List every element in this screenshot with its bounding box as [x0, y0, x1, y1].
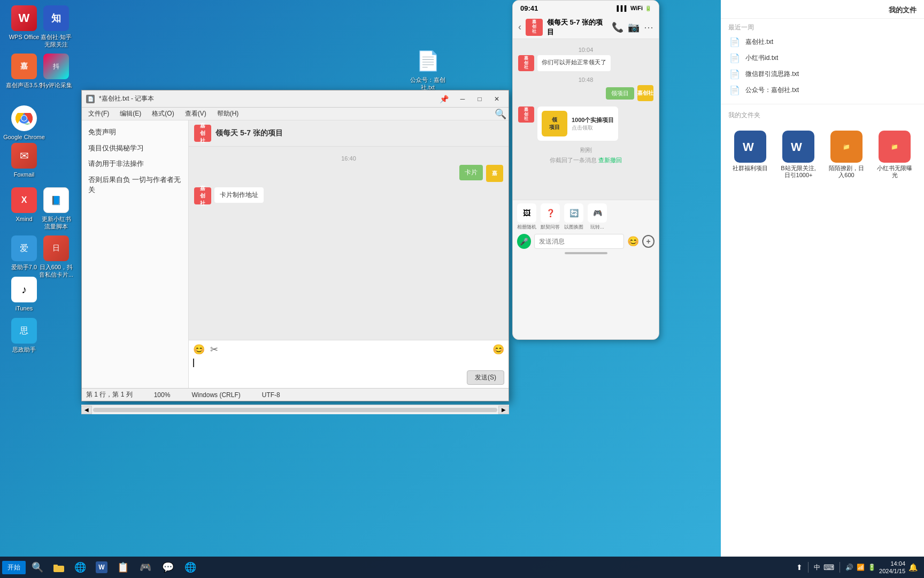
ling-project-btn[interactable]: 领项目: [606, 87, 634, 100]
project-recv-avatar: 嘉创社: [518, 107, 534, 123]
file-name-3: 微信群引流思路.txt: [745, 70, 799, 79]
xiaohongshu-icon: 📁: [879, 131, 911, 163]
chat-text-input-area[interactable]: [193, 359, 504, 368]
tool-qa[interactable]: ❓ 默契问答: [541, 203, 560, 231]
desktop-icon-foxmail[interactable]: ✉ Foxmail: [3, 143, 45, 178]
desktop-icon-zhihu[interactable]: 知 嘉创社·知乎无限关注: [35, 5, 78, 49]
view-revoke-link[interactable]: 查新撤回: [598, 157, 622, 163]
start-button[interactable]: 开始: [2, 561, 26, 574]
play-icon: 🎮: [588, 203, 607, 223]
tool-album[interactable]: 🖼 相册随机: [517, 203, 536, 231]
more-dots-icon[interactable]: ⋯: [644, 21, 653, 33]
search-icon[interactable]: 🔍: [495, 108, 506, 120]
sent-message-1: 卡片 嘉: [194, 165, 503, 182]
desktop-icon-sixiang[interactable]: 思 思政助手: [3, 318, 45, 353]
sent-bubble-1: 卡片: [459, 165, 483, 180]
file-xiaohongshu[interactable]: 📄 小红书id.txt: [728, 51, 917, 64]
close-button[interactable]: ✕: [489, 94, 504, 104]
network-icon[interactable]: 📶: [857, 564, 865, 571]
aizhu-icon: 爱: [11, 235, 37, 261]
zhihu-icon: 知: [43, 5, 69, 31]
tool-imgswap[interactable]: 🔄 以图换图: [564, 203, 583, 231]
notepad-content-area: 免责声明 项目仅供揭秘学习 请勿用于非法操作 否则后果自负 一切与作者者无关 嘉…: [82, 120, 509, 388]
desktop-file-icon: 📄: [415, 48, 441, 74]
taskbar-notepad-app[interactable]: W: [92, 558, 111, 577]
imgswap-label: 以图换图: [564, 224, 583, 231]
chrome-label: Google Chrome: [3, 133, 45, 141]
more-icon[interactable]: 😊: [492, 344, 504, 355]
menu-format[interactable]: 格式(O): [148, 108, 178, 119]
desktop-icon-chrome[interactable]: Google Chrome: [3, 105, 45, 141]
battery-taskbar-icon[interactable]: 🔋: [868, 564, 876, 571]
received-message-1: 嘉创社 卡片制作地址: [194, 187, 503, 204]
file-jiachuang[interactable]: 📄 嘉创社.txt: [728, 35, 917, 48]
desktop-icon-douyin[interactable]: 抖 抖y评论采集: [35, 54, 78, 89]
chat-input-area: 😊 ✂ 😊 发送(S): [189, 340, 509, 388]
reply-info: 你截回了一条消息 查新撤回: [518, 156, 653, 164]
statusbar-line-ending: Windows (CRLF): [191, 391, 240, 399]
tool-play[interactable]: 🎮 玩转...: [588, 203, 607, 231]
file-txt-icon-2: 📄: [728, 51, 741, 64]
chat-messages-area[interactable]: 16:40 卡片 嘉 嘉创社 卡片制作地址: [189, 147, 509, 340]
taskbar: 开始 🔍 🌐 W 📋 🎮 💬 🌐 ⬆ 中 ⌨ 🔊 📶 🔋 14:04 2024/…: [0, 557, 924, 578]
send-button[interactable]: 发送(S): [467, 370, 504, 385]
menu-file[interactable]: 文件(F): [84, 108, 113, 119]
disclaimer-3: 否则后果自负 一切与作者者无关: [88, 174, 182, 195]
scissor-icon[interactable]: ✂: [210, 344, 218, 355]
video-icon[interactable]: 📷: [628, 21, 640, 33]
large-icon-xiaohongshu[interactable]: 📁 小红书无限曝光: [873, 131, 917, 179]
notepad-title-icon: 📄: [86, 95, 95, 103]
desktop-icon-itunes[interactable]: ♪ iTunes: [3, 277, 45, 312]
sent-avatar-1: 嘉: [486, 165, 503, 182]
taskbar-search[interactable]: 🔍: [27, 558, 48, 577]
sound-icon[interactable]: 🔊: [845, 564, 853, 571]
maximize-button[interactable]: □: [472, 94, 487, 104]
large-icon-bilibili[interactable]: W B站无限关注,日引1000+: [776, 131, 820, 179]
taskbar-wechat[interactable]: 💬: [157, 558, 179, 577]
file-wechat-liuliu[interactable]: 📄 微信群引流思路.txt: [728, 67, 917, 80]
scroll-left-btn[interactable]: ◀: [81, 406, 92, 414]
desktop-icon-redbook[interactable]: 📘 更新小红书流量脚本: [35, 187, 78, 231]
mic-button[interactable]: 🎤: [517, 234, 531, 249]
emoji-btn[interactable]: 😊: [627, 235, 639, 247]
chat-input-toolbar: 😊 ✂ 😊: [193, 344, 504, 355]
plus-button[interactable]: +: [642, 235, 654, 248]
large-icon-momo[interactable]: 📁 陌陌撩剧，日入600: [825, 131, 868, 179]
wechat-chat-avatar: 嘉创社: [526, 19, 543, 36]
taskbar-fileexplorer[interactable]: [49, 558, 68, 577]
taskbar-chrome[interactable]: 🌐: [180, 558, 201, 577]
minimize-button[interactable]: ─: [455, 94, 470, 104]
douyin-label: 抖y评论采集: [40, 81, 73, 89]
taskbar-browser[interactable]: 🌐: [70, 558, 91, 577]
chat-time-just: 刚刚: [518, 146, 653, 154]
menu-view[interactable]: 查看(V): [181, 108, 211, 119]
scroll-right-btn[interactable]: ▶: [498, 406, 509, 414]
taskbar-show-desktop[interactable]: ⬆: [796, 563, 803, 572]
scrollbar-track[interactable]: [93, 408, 497, 412]
notepad-title: *嘉创社.txt - 记事本: [99, 94, 435, 103]
menu-help[interactable]: 帮助(H): [213, 108, 243, 119]
menu-edit[interactable]: 编辑(E): [116, 108, 145, 119]
panel-divider: [721, 104, 924, 104]
clock-time: 14:04: [879, 560, 905, 567]
desktop-icon-dayincome[interactable]: 日 日入600，抖音私信卡片...: [35, 235, 78, 279]
back-icon[interactable]: ‹: [518, 21, 521, 33]
right-file-panel: 我的文件 最近一周 📄 嘉创社.txt 📄 小红书id.txt 📄 微信群引流思…: [721, 0, 924, 557]
pin-icon[interactable]: 📌: [440, 95, 449, 103]
taskbar-keyboard-icon[interactable]: ⌨: [823, 563, 834, 572]
phone-icon[interactable]: 📞: [612, 21, 623, 33]
taskbar-clock: 14:04 2024/1/15: [879, 560, 905, 575]
emoji-icon[interactable]: 😊: [193, 344, 205, 355]
wechat-statusbar: 09:41 ▌▌▌ WiFi 🔋: [513, 1, 659, 16]
taskbar-game[interactable]: 🎮: [135, 558, 156, 577]
notifications-icon[interactable]: 🔔: [908, 563, 918, 572]
file-gongzhonghao[interactable]: 📄 公众号：嘉创社.txt: [728, 83, 917, 96]
large-icon-shequ[interactable]: W 社群福利项目: [728, 131, 772, 179]
notepad-hscrollbar[interactable]: ◀ ▶: [81, 405, 509, 414]
wechat-messages[interactable]: 10:04 嘉创社 你们可以开始正常领天了 10:48 领项目 嘉创社 嘉创社 …: [513, 39, 659, 200]
desktop-icon-file[interactable]: 📄 公众号：嘉创社.txt: [406, 48, 449, 92]
chrome-icon: [11, 105, 37, 131]
taskbar-task[interactable]: 📋: [112, 558, 134, 577]
wechat-message-input[interactable]: [534, 234, 624, 249]
file-name-4: 公众号：嘉创社.txt: [745, 86, 799, 95]
